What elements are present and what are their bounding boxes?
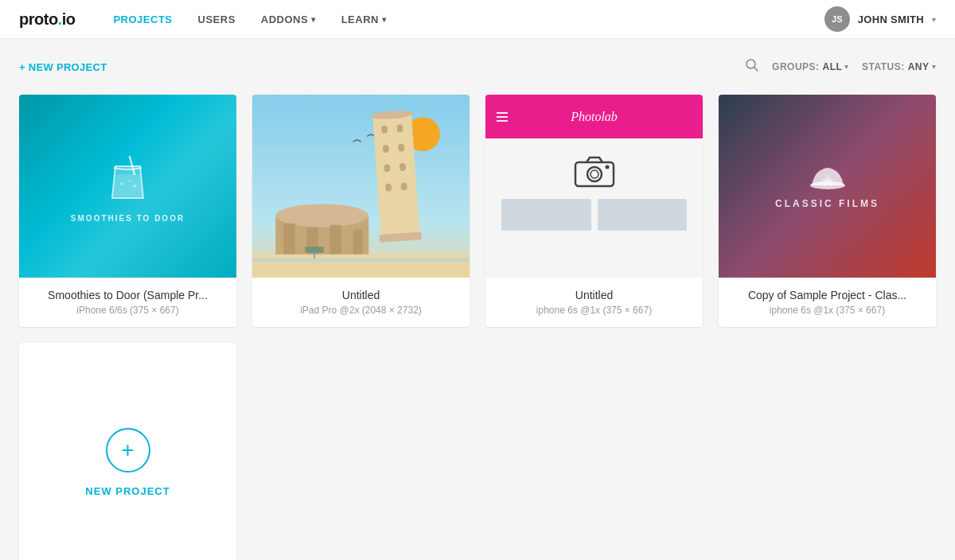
groups-label: GROUPS: bbox=[772, 61, 820, 72]
status-chevron-icon: ▾ bbox=[932, 63, 937, 71]
addons-chevron-icon: ▾ bbox=[311, 15, 316, 24]
card-info-photolab: Untitled iphone 6s @1x (375 × 667) bbox=[485, 278, 703, 327]
svg-rect-29 bbox=[305, 247, 323, 253]
photolab-header: Photolab bbox=[485, 95, 703, 138]
user-menu[interactable]: JS JOHN SMITH ▾ bbox=[824, 6, 936, 32]
nav-projects[interactable]: PROJECTS bbox=[100, 0, 185, 39]
project-thumbnail-smoothies: SMOOTHIES TO DOOR bbox=[19, 95, 236, 278]
project-card-photolab[interactable]: Photolab bbox=[485, 95, 703, 327]
card-subtitle: iPhone 6/6s (375 × 667) bbox=[32, 305, 224, 316]
new-project-link[interactable]: + NEW PROJECT bbox=[19, 61, 107, 73]
svg-rect-21 bbox=[283, 224, 295, 255]
photolab-title-text: Photolab bbox=[571, 110, 618, 124]
navbar: proto.io PROJECTS USERS ADDONS ▾ LEARN ▾… bbox=[0, 0, 955, 39]
camera-icon bbox=[574, 154, 615, 189]
nav-users[interactable]: USERS bbox=[185, 0, 248, 39]
plus-circle-icon: + bbox=[106, 428, 150, 472]
placeholder-box-2 bbox=[598, 199, 688, 231]
avatar: JS bbox=[824, 6, 850, 32]
card-title: Copy of Sample Project - Clas... bbox=[731, 289, 923, 301]
toolbar: + NEW PROJECT GROUPS: All ▾ STATUS: Any bbox=[19, 58, 936, 76]
card-info-classic: Copy of Sample Project - Clas... iphone … bbox=[719, 278, 936, 327]
project-card-smoothies[interactable]: SMOOTHIES TO DOOR Smoothies to Door (Sam… bbox=[19, 95, 236, 327]
logo[interactable]: proto.io bbox=[19, 10, 75, 29]
hamburger-icon bbox=[497, 112, 508, 122]
groups-filter: GROUPS: All ▾ bbox=[772, 61, 849, 72]
new-project-card[interactable]: + NEW PROJECT bbox=[19, 343, 236, 560]
user-name: JOHN SMITH bbox=[858, 14, 924, 25]
groups-chevron-icon: ▾ bbox=[844, 63, 849, 71]
status-filter: STATUS: Any ▾ bbox=[862, 61, 936, 72]
logo-text: proto.io bbox=[19, 10, 75, 29]
card-info-smoothies: Smoothies to Door (Sample Pr... iPhone 6… bbox=[19, 278, 236, 327]
svg-point-3 bbox=[120, 182, 123, 185]
svg-rect-25 bbox=[252, 255, 470, 278]
svg-rect-26 bbox=[252, 259, 470, 262]
nav-links: PROJECTS USERS ADDONS ▾ LEARN ▾ bbox=[100, 0, 824, 39]
svg-point-31 bbox=[587, 167, 602, 181]
svg-rect-24 bbox=[353, 230, 363, 255]
placeholder-box-1 bbox=[501, 199, 591, 231]
project-thumbnail-italy: Italy ~ ~ bbox=[252, 95, 470, 278]
classic-hat-icon bbox=[808, 163, 848, 192]
svg-point-4 bbox=[129, 179, 131, 181]
svg-point-5 bbox=[133, 185, 136, 188]
search-icon[interactable] bbox=[745, 58, 759, 76]
new-project-card-label: NEW PROJECT bbox=[85, 485, 170, 497]
toolbar-right: GROUPS: All ▾ STATUS: Any ▾ bbox=[745, 58, 936, 76]
status-value[interactable]: Any ▾ bbox=[908, 61, 936, 72]
nav-addons[interactable]: ADDONS ▾ bbox=[248, 0, 329, 39]
card-title: Untitled bbox=[265, 289, 457, 301]
smoothie-text: SMOOTHIES TO DOOR bbox=[71, 214, 185, 223]
card-info-italy: Untitled iPad Pro @2x (2048 × 2732) bbox=[252, 278, 470, 327]
placeholder-row bbox=[501, 199, 687, 231]
project-grid: SMOOTHIES TO DOOR Smoothies to Door (Sam… bbox=[19, 95, 936, 560]
groups-value[interactable]: All ▾ bbox=[823, 61, 849, 72]
svg-point-32 bbox=[591, 170, 598, 178]
project-card-classic[interactable]: CLASSIC FILMS Copy of Sample Project - C… bbox=[719, 95, 936, 327]
status-label: STATUS: bbox=[862, 61, 905, 72]
svg-point-33 bbox=[605, 165, 609, 169]
card-subtitle: iphone 6s @1x (375 × 667) bbox=[731, 305, 923, 316]
project-card-italy[interactable]: Italy ~ ~ bbox=[252, 95, 470, 327]
learn-chevron-icon: ▾ bbox=[382, 15, 387, 24]
project-thumbnail-classic: CLASSIC FILMS bbox=[719, 95, 936, 278]
card-title: Untitled bbox=[498, 289, 690, 301]
photolab-body bbox=[485, 138, 703, 278]
nav-learn[interactable]: LEARN ▾ bbox=[329, 0, 400, 39]
card-subtitle: iphone 6s @1x (375 × 667) bbox=[498, 305, 690, 316]
svg-rect-23 bbox=[330, 225, 342, 255]
project-thumbnail-photolab: Photolab bbox=[485, 95, 703, 278]
classic-title-text: CLASSIC FILMS bbox=[775, 198, 879, 209]
main-content: + NEW PROJECT GROUPS: All ▾ STATUS: Any bbox=[0, 39, 955, 560]
svg-line-1 bbox=[754, 68, 758, 72]
card-subtitle: iPad Pro @2x (2048 × 2732) bbox=[265, 305, 457, 316]
card-title: Smoothies to Door (Sample Pr... bbox=[32, 289, 224, 301]
user-chevron-icon: ▾ bbox=[932, 15, 936, 24]
